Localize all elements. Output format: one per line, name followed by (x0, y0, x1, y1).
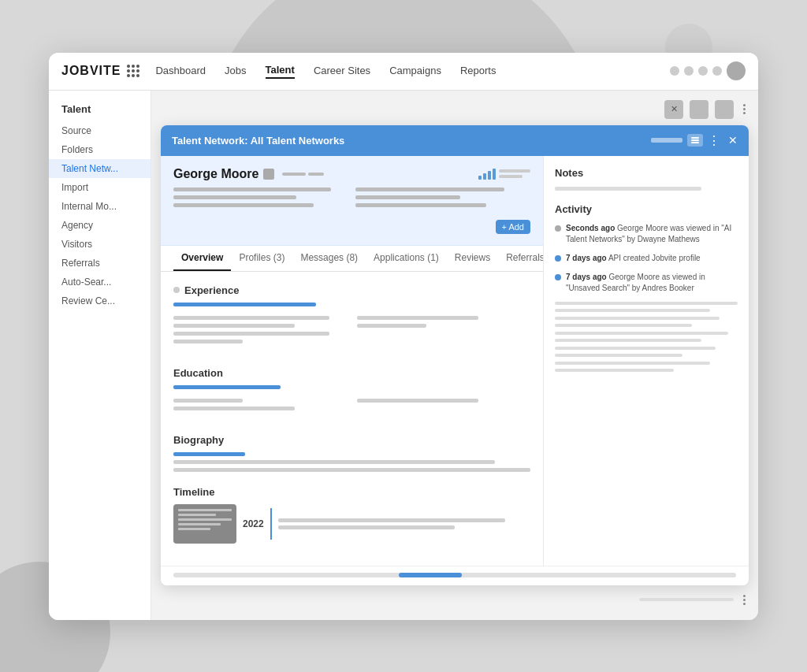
modal: Talent Network: All Talent Networks ⋮ ✕ (161, 125, 749, 585)
biography-title: Biography (173, 434, 530, 446)
scrollbar-thumb[interactable] (399, 573, 462, 577)
candidate-meta-lines (499, 169, 530, 178)
browser-window: JOBVITE Dashboard Jobs Talent Career Sit… (49, 53, 758, 620)
experience-line-1 (173, 303, 316, 306)
activity-title: Activity (555, 203, 738, 215)
modal-header: Talent Network: All Talent Networks ⋮ ✕ (161, 125, 749, 156)
add-user-icon[interactable] (715, 100, 734, 119)
horizontal-scrollbar[interactable] (173, 573, 736, 577)
candidate-header: George Moore (161, 156, 543, 246)
tab-reviews[interactable]: Reviews (447, 246, 498, 271)
timeline-content (278, 518, 530, 529)
right-lines-group-3 (555, 332, 738, 342)
nav-circle-4 (712, 66, 722, 76)
modal-header-controls: ⋮ ✕ (651, 133, 738, 148)
activity-item-3: 7 days ago George Moore as viewed in "Un… (555, 272, 738, 294)
sidebar-item-visitors[interactable]: Visitors (49, 235, 151, 254)
tab-content: Experience (161, 272, 543, 566)
tab-profiles[interactable]: Profiles (3) (231, 246, 292, 271)
nav-items: Dashboard Jobs Talent Career Sites Campa… (155, 64, 670, 79)
content-panel: ✕ Talent Network: All Talent Networks (151, 91, 758, 620)
tab-referrals[interactable]: Referrals (498, 246, 544, 271)
timeline-title: Timeline (173, 486, 530, 498)
experience-title: Experience (173, 284, 530, 296)
activity-dot-3 (555, 274, 561, 280)
tab-messages[interactable]: Messages (8) (292, 246, 366, 271)
tab-applications[interactable]: Applications (1) (366, 246, 447, 271)
activity-dot-2 (555, 255, 561, 262)
sidebar-item-source[interactable]: Source (49, 121, 151, 140)
main-content: Talent Source Folders Talent Netw... Imp… (49, 91, 758, 620)
sidebar-item-agency[interactable]: Agency (49, 216, 151, 235)
activity-dot-1 (555, 225, 561, 232)
modal-title: Talent Network: All Talent Networks (172, 135, 344, 147)
content-panel-menu[interactable] (740, 101, 749, 117)
modal-list-view-btn[interactable] (687, 134, 703, 147)
outer-background: JOBVITE Dashboard Jobs Talent Career Sit… (0, 0, 807, 672)
action-bar: ✕ (161, 100, 749, 119)
modal-search-bar (651, 138, 682, 143)
candidate-meta (478, 169, 530, 180)
timeline-divider (270, 508, 272, 540)
sidebar-item-import[interactable]: Import (49, 178, 151, 197)
experience-content (173, 303, 530, 306)
modal-close-btn[interactable]: ✕ (728, 134, 738, 147)
sidebar-item-referrals[interactable]: Referrals (49, 254, 151, 273)
modal-tabs: Overview Profiles (3) Messages (8) Appli… (161, 246, 543, 272)
nav-reports[interactable]: Reports (460, 65, 496, 78)
user-avatar[interactable] (727, 61, 746, 80)
close-icon[interactable]: ✕ (664, 100, 683, 119)
notes-placeholder (555, 187, 701, 191)
activity-item-2: 7 days ago API created Jobvite profile (555, 253, 738, 264)
bottom-menu[interactable] (740, 592, 749, 608)
top-nav: JOBVITE Dashboard Jobs Talent Career Sit… (49, 53, 758, 91)
logo: JOBVITE (61, 64, 121, 78)
activity-item-1: Seconds ago George Moore was viewed in "… (555, 223, 738, 245)
timeline-section: Timeline (173, 486, 530, 544)
candidate-details (173, 187, 530, 207)
candidate-name: George Moore (173, 167, 324, 181)
timeline-bar: 2022 (173, 504, 530, 544)
nav-campaigns[interactable]: Campaigns (389, 65, 441, 78)
grid-icon[interactable] (127, 65, 139, 77)
nav-circle-2 (684, 66, 694, 76)
sidebar-item-review-center[interactable]: Review Ce... (49, 291, 151, 310)
notes-title: Notes (555, 167, 738, 179)
sidebar-item-internal-mobility[interactable]: Internal Mo... (49, 197, 151, 216)
grid-view-icon[interactable] (690, 100, 708, 119)
nav-circle-1 (670, 66, 679, 76)
activity-text-2: 7 days ago API created Jobvite profile (566, 253, 701, 264)
right-lines-group-1 (555, 302, 738, 312)
candidate-icon (263, 169, 274, 180)
svg-rect-2 (691, 142, 699, 143)
timeline-image (173, 504, 236, 544)
sidebar-item-auto-search[interactable]: Auto-Sear... (49, 273, 151, 291)
sidebar-title: Talent (49, 100, 151, 121)
nav-talent[interactable]: Talent (266, 64, 295, 79)
modal-body: George Moore (161, 156, 749, 566)
svg-rect-1 (691, 139, 699, 141)
nav-right-controls (670, 61, 746, 80)
experience-dot (173, 287, 180, 293)
sidebar: Talent Source Folders Talent Netw... Imp… (49, 91, 151, 620)
biography-content (173, 452, 530, 472)
education-content (173, 385, 530, 389)
nav-jobs[interactable]: Jobs (225, 65, 246, 78)
candidate-name-row: George Moore (173, 167, 530, 181)
sidebar-item-talent-network[interactable]: Talent Netw... (49, 159, 151, 178)
activity-text-1: Seconds ago George Moore was viewed in "… (566, 223, 738, 245)
signal-icon (478, 169, 496, 180)
experience-section: Experience (173, 284, 530, 353)
modal-more-icon[interactable]: ⋮ (708, 133, 720, 148)
modal-left-panel: George Moore (161, 156, 544, 566)
nav-career-sites[interactable]: Career Sites (314, 65, 370, 78)
timeline-year: 2022 (243, 518, 264, 529)
right-lines-group-2 (555, 317, 738, 327)
sidebar-item-folders[interactable]: Folders (49, 140, 151, 159)
tab-overview[interactable]: Overview (173, 246, 231, 271)
right-lines-group-4 (555, 347, 738, 357)
modal-right-panel: Notes Activity Seconds ago George Moore … (544, 156, 749, 566)
experience-detail (173, 316, 530, 353)
add-button[interactable]: + Add (496, 220, 530, 234)
nav-dashboard[interactable]: Dashboard (155, 65, 206, 78)
